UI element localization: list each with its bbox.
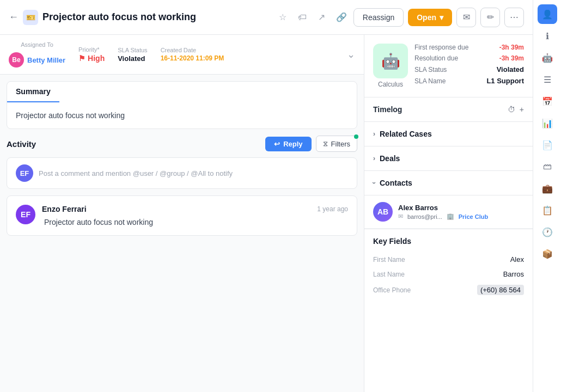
person-icon: 👤	[542, 9, 553, 20]
contacts-label: Contacts	[380, 179, 412, 187]
info-icon: ℹ	[546, 31, 549, 41]
deals-chevron-icon	[373, 155, 375, 162]
case-icon: 💼	[542, 183, 553, 194]
reply-button[interactable]: ↩ Reply	[265, 137, 311, 151]
open-button[interactable]: Open ▾	[408, 9, 452, 26]
contact-info: Alex Barros ✉ barros@pri... 🏢 Price Club	[398, 204, 524, 220]
related-cases-chevron-icon	[373, 130, 375, 138]
sla-card: 🤖 Calculus First response due -3h 39m Re…	[364, 35, 533, 97]
comment-placeholder: Post a comment and mention @user / @grou…	[39, 169, 233, 177]
sidebar-item-briefcase[interactable]: 🗃	[538, 157, 557, 176]
left-panel: Assigned To Be Betty Miller Priority* ⚑ …	[0, 35, 364, 392]
resolution-row: Resolution due -3h 39m	[414, 54, 524, 62]
contact-company[interactable]: Price Club	[459, 213, 488, 220]
sla-name-row: SLA Name L1 Support	[414, 77, 524, 85]
bot-nav-icon: 🤖	[542, 53, 553, 63]
created-value: 16-11-2020 11:09 PM	[161, 54, 224, 62]
sidebar-item-archive[interactable]: 📦	[538, 244, 557, 264]
created-label: Created Date	[161, 47, 224, 53]
kf-first-name-label: First Name	[373, 256, 405, 264]
info-bar-chevron-icon[interactable]: ⌄	[347, 48, 355, 60]
sla-name-value: L1 Support	[486, 77, 524, 85]
key-fields-title: Key Fields	[373, 237, 524, 246]
activity-section: Activity ↩ Reply ⧖ Filters	[7, 136, 357, 236]
external-link-icon[interactable]: ↗	[314, 10, 330, 25]
reassign-button[interactable]: Reassign	[353, 8, 404, 27]
comment-avatar: EF	[16, 164, 33, 182]
first-response-row: First response due -3h 39m	[414, 44, 524, 51]
deals-section: Deals	[364, 146, 533, 171]
filter-button[interactable]: ⧖ Filters	[316, 136, 357, 152]
label-icon[interactable]: 🏷	[295, 10, 310, 25]
filter-icon: ⧖	[323, 139, 328, 148]
sidebar-item-case[interactable]: 💼	[538, 179, 557, 198]
more-button[interactable]: ⋯	[504, 8, 524, 27]
deals-header[interactable]: Deals	[364, 146, 533, 170]
contacts-header[interactable]: Contacts	[364, 171, 533, 195]
right-sidebar: 👤 ℹ 🤖 ☰ 📅 📊 📄 🗃 💼 📋 🕐 📦	[533, 0, 561, 392]
sla-name-label: SLA Name	[414, 77, 446, 85]
contact-card: AB Alex Barros ✉ barros@pri... 🏢 Price C…	[364, 195, 533, 229]
kf-first-name-row: First Name Alex	[373, 252, 524, 267]
activity-title: Activity	[7, 139, 36, 149]
contact-details: ✉ barros@pri... 🏢 Price Club	[398, 213, 524, 220]
sla-info: SLA Status Violated	[118, 47, 147, 63]
kf-last-name-value: Barros	[503, 270, 524, 278]
deals-label: Deals	[380, 154, 400, 163]
body-area: Assigned To Be Betty Miller Priority* ⚑ …	[0, 35, 533, 392]
activity-body: Enzo Ferrari 1 year ago Projector auto f…	[42, 205, 348, 226]
sidebar-item-document[interactable]: 📄	[538, 135, 557, 155]
header-right-actions: Reassign Open ▾ ✉ ✏ ⋯	[353, 8, 524, 27]
priority-label: Priority*	[78, 46, 105, 53]
contact-email: barros@pri...	[407, 213, 442, 220]
first-response-label: First response due	[414, 44, 468, 51]
info-bar: Assigned To Be Betty Miller Priority* ⚑ …	[0, 35, 364, 75]
page-title: Projector auto focus not working	[42, 11, 271, 23]
add-timelog-icon[interactable]: +	[520, 105, 524, 114]
contacts-chevron-icon	[373, 179, 375, 187]
sidebar-item-history[interactable]: 🕐	[538, 222, 557, 242]
resolution-value: -3h 39m	[499, 54, 524, 62]
related-cases-header[interactable]: Related Cases	[364, 122, 533, 146]
sidebar-item-calendar[interactable]: 📅	[538, 91, 557, 111]
first-response-value: -3h 39m	[499, 44, 524, 51]
back-button[interactable]: ←	[9, 11, 19, 23]
edit-button[interactable]: ✏	[480, 8, 500, 27]
sidebar-item-bot[interactable]: 🤖	[538, 48, 557, 68]
sidebar-item-info[interactable]: ℹ	[538, 26, 557, 46]
kf-phone-value: (+60) 86 564	[477, 285, 524, 295]
kf-phone-row: Office Phone (+60) 86 564	[373, 281, 524, 298]
archive-icon: 📦	[542, 249, 553, 259]
activity-meta: Enzo Ferrari 1 year ago	[42, 205, 348, 213]
email-button[interactable]: ✉	[456, 8, 476, 27]
sla-status-row: SLA Status Violated	[414, 65, 524, 74]
timelog-label: Timelog	[373, 105, 402, 114]
link-icon[interactable]: 🔗	[334, 10, 349, 25]
sla-status-value: Violated	[497, 65, 524, 74]
assigned-name[interactable]: Betty Miller	[27, 56, 65, 64]
top-header: ← 🎫 Projector auto focus not working ☆ 🏷…	[0, 0, 533, 35]
contact-email-icon: ✉	[398, 213, 403, 220]
summary-content: Projector auto focus not working	[7, 102, 357, 128]
bot-label: Calculus	[378, 81, 403, 88]
history-icon: 🕐	[542, 227, 553, 237]
sidebar-item-person[interactable]: 👤	[538, 4, 557, 24]
back-icon: ←	[9, 11, 19, 23]
key-fields-section: Key Fields First Name Alex Last Name Bar…	[364, 229, 533, 298]
sidebar-item-list[interactable]: ☰	[538, 70, 557, 89]
sidebar-item-chart[interactable]: 📊	[538, 113, 557, 133]
file-icon: 📋	[542, 205, 553, 216]
star-icon[interactable]: ☆	[275, 10, 290, 25]
contact-avatar-initials: AB	[373, 202, 393, 222]
activity-author-name: Enzo Ferrari	[42, 205, 87, 213]
open-label: Open	[417, 13, 436, 22]
activity-item: EF Enzo Ferrari 1 year ago Projector aut…	[7, 195, 357, 236]
timer-icon[interactable]: ⏱	[508, 105, 515, 114]
summary-section: Summary Projector auto focus not working	[7, 81, 357, 129]
comment-input-area[interactable]: EF Post a comment and mention @user / @g…	[7, 157, 357, 189]
summary-tab[interactable]: Summary	[7, 82, 59, 102]
sidebar-item-file[interactable]: 📋	[538, 200, 557, 220]
right-panel: 🤖 Calculus First response due -3h 39m Re…	[364, 35, 533, 392]
filter-active-dot	[354, 134, 358, 139]
sla-rows: First response due -3h 39m Resolution du…	[414, 44, 524, 85]
